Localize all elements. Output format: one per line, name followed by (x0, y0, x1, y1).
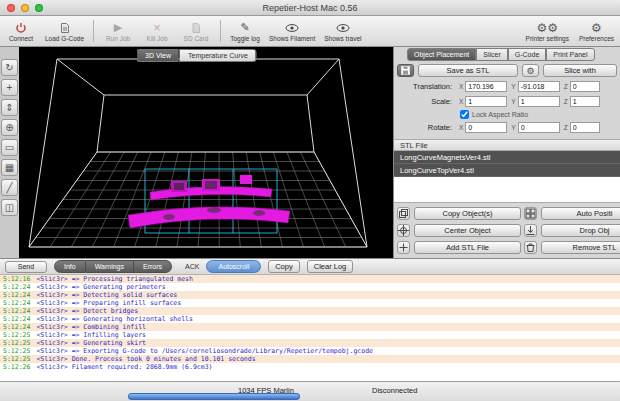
minimize-button[interactable] (21, 4, 29, 12)
log-line: 5:12:25<Slic3r> => Infilling layers (0, 331, 620, 339)
rotate-z-input[interactable] (570, 122, 600, 133)
shows-travel-label: Shows travel (324, 35, 361, 42)
stl-file-list: LongCurveMagnetsVer4.stl LongCurveTopVer… (394, 151, 620, 203)
axis-z-label: Z (564, 83, 568, 90)
translation-y-input[interactable] (518, 81, 560, 92)
log-list[interactable]: 5:12:16<Slic3r> => Processing triangulat… (0, 275, 620, 381)
toggle-log-button[interactable]: ✎ Toggle log (230, 16, 260, 46)
tab-3d-view[interactable]: 3D View (136, 49, 179, 62)
scale-row: Scale: X Y Z (394, 94, 620, 109)
add-stl-file-button[interactable]: Add STL File (414, 241, 521, 254)
tab-object-placement[interactable]: Object Placement (407, 48, 476, 61)
filter-errors-button[interactable]: Errors (134, 260, 172, 273)
load-gcode-button[interactable]: Load G-Code (45, 16, 84, 46)
trash-icon (524, 241, 537, 254)
copy-objects-button[interactable]: Copy Object(s) (414, 207, 521, 220)
preferences-button[interactable]: ⚙ Preferences (579, 16, 614, 46)
log-line: 5:12:24<Slic3r> => Detect bridges (0, 307, 620, 315)
run-job-label: Run Job (106, 35, 130, 42)
sd-card-label: SD Card (184, 35, 209, 42)
scale-label: Scale: (396, 97, 452, 106)
run-job-button[interactable]: ▶ Run Job (103, 16, 133, 46)
axis-x-label: X (459, 124, 463, 131)
scale-z-input[interactable] (570, 96, 600, 107)
log-line: 5:12:24<Slic3r> => Preparing infill surf… (0, 299, 620, 307)
selection-box (145, 169, 277, 233)
grid-view-button[interactable]: ▦ (1, 159, 18, 176)
play-icon: ▶ (114, 20, 122, 35)
copy-icon (397, 207, 410, 220)
zoom-button-3d[interactable]: ⊕ (1, 119, 18, 136)
rotate-x-input[interactable] (465, 122, 507, 133)
print-bed-scene (19, 47, 393, 258)
scale-x-input[interactable] (465, 96, 507, 107)
status-bar: 1034 FPS Marlin Disconnected (0, 381, 620, 401)
stl-list-item[interactable]: LongCurveTopVer4.stl (394, 164, 620, 177)
save-as-stl-button[interactable]: Save as STL (418, 64, 518, 77)
kill-job-button[interactable]: × Kill Job (142, 16, 172, 46)
translation-row: Translation: X Y Z (394, 79, 620, 94)
move-view-button[interactable]: + (1, 79, 18, 96)
rotate-y-input[interactable] (518, 122, 560, 133)
scale-y-input[interactable] (518, 96, 560, 107)
axis-y-label: Y (511, 83, 515, 90)
printer-settings-label: Printer settings (526, 35, 569, 42)
auto-position-button[interactable]: Auto Positi (541, 207, 620, 220)
view-toolbar: ↻ + ⇕ ⊕ ▭ ▦ ╱ ◫ (1, 59, 19, 216)
log-line: 5:12:25<Slic3r> => Generating skirt (0, 339, 620, 347)
printer-settings-button[interactable]: ⚙⚙ Printer settings (526, 16, 569, 46)
measure-button[interactable]: ╱ (1, 179, 18, 196)
save-stl-icon-button[interactable] (397, 64, 414, 77)
shows-travel-button[interactable]: Shows travel (324, 16, 361, 46)
center-object-button[interactable]: Center Object (414, 224, 521, 237)
move-object-button[interactable]: ⇕ (1, 99, 18, 116)
object-actions: Copy Object(s) Auto Positi Center Object… (394, 203, 620, 254)
filter-warnings-button[interactable]: Warnings (86, 260, 134, 273)
stl-list-item[interactable]: LongCurveMagnetsVer4.stl (394, 151, 620, 164)
fit-view-button[interactable]: ▭ (1, 139, 18, 156)
remove-stl-button[interactable]: Remove STL (541, 241, 620, 254)
filter-info-button[interactable]: Info (54, 260, 86, 273)
scene-3d[interactable] (19, 47, 393, 258)
axis-z-label: Z (564, 124, 568, 131)
model-objects[interactable] (128, 175, 290, 228)
connection-status: Disconnected (372, 386, 417, 395)
autoscroll-button[interactable]: Autoscroll (206, 260, 261, 273)
log-panel: Send Info Warnings Errors ACK Autoscroll… (0, 258, 620, 381)
sd-card-button[interactable]: SD Card (181, 16, 211, 46)
lock-aspect-checkbox[interactable] (460, 110, 469, 119)
eye-icon (336, 20, 350, 35)
copy-log-button[interactable]: Copy (268, 260, 300, 273)
preferences-label: Preferences (579, 35, 614, 42)
slice-with-button[interactable]: Slice with (543, 64, 617, 77)
log-line: 5:12:24<Slic3r> => Detecting solid surfa… (0, 291, 620, 299)
send-button[interactable]: Send (5, 261, 47, 273)
add-icon (397, 241, 410, 254)
axis-x-label: X (459, 83, 463, 90)
clear-log-button[interactable]: Clear Log (307, 260, 354, 273)
tab-print-panel[interactable]: Print Panel (546, 48, 594, 61)
tab-temperature-curve[interactable]: Temperature Curve (179, 49, 257, 62)
center-icon (397, 224, 410, 237)
tab-slicer[interactable]: Slicer (476, 48, 508, 61)
ack-toggle[interactable]: ACK (185, 263, 199, 270)
titlebar[interactable]: Repetier-Host Mac 0.56 (0, 0, 620, 16)
lock-aspect-row: Lock Aspect Ratio (460, 110, 620, 119)
kill-icon: × (153, 20, 161, 35)
shows-filament-button[interactable]: Shows Filament (269, 16, 315, 46)
box-view-button[interactable]: ◫ (1, 199, 18, 216)
traffic-lights (7, 4, 43, 12)
slicer-settings-button[interactable]: ⚙ (522, 64, 539, 77)
tab-gcode[interactable]: G-Code (508, 48, 547, 61)
connect-button[interactable]: Connect (6, 16, 36, 46)
grid-icon (524, 207, 537, 220)
zoom-button[interactable] (35, 4, 43, 12)
viewport-panel: ↻ + ⇕ ⊕ ▭ ▦ ╱ ◫ (0, 47, 393, 258)
drop-object-button[interactable]: Drop Obj (541, 224, 620, 237)
rotate-view-button[interactable]: ↻ (1, 59, 18, 76)
translation-z-input[interactable] (570, 81, 600, 92)
close-button[interactable] (7, 4, 15, 12)
side-panel-tabs: Object Placement Slicer G-Code Print Pan… (407, 48, 620, 61)
main-area: ↻ + ⇕ ⊕ ▭ ▦ ╱ ◫ (0, 47, 620, 258)
translation-x-input[interactable] (465, 81, 507, 92)
